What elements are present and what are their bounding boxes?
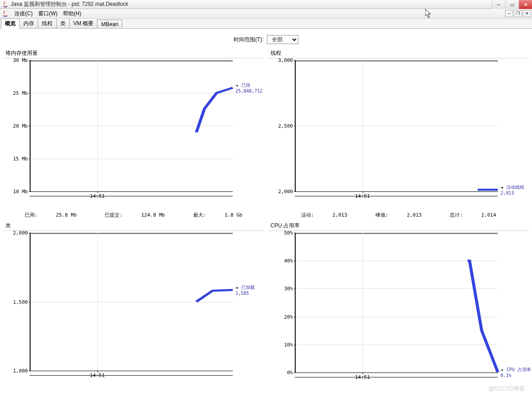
classes-series-label: 已加载1,585 xyxy=(233,284,255,296)
panel-classes: 类 1,000 1,500 2,000 14:51 已加载1,585 xyxy=(3,222,264,391)
tab-threads[interactable]: 线程 xyxy=(38,18,57,28)
panel-heap: 堆内存使用量 10 Mb 15 Mb 20 Mb 25 Mb 30 Mb 14:… xyxy=(3,49,264,218)
java-icon xyxy=(2,1,9,8)
classes-chart[interactable]: 1,000 1,500 2,000 14:51 已加载1,585 xyxy=(3,231,264,389)
threads-chart[interactable]: 2,000 2,500 3,000 14:51 活动线程2,013 xyxy=(268,58,529,210)
time-range-label: 时间范围(T): xyxy=(234,36,264,43)
close-button[interactable]: ✕ xyxy=(519,0,532,9)
panel-threads-title: 线程 xyxy=(268,49,529,58)
tab-classes[interactable]: 类 xyxy=(56,18,70,28)
mdi-close-button[interactable]: ✕ xyxy=(523,10,531,17)
heap-series-label: 已用25,848,712 xyxy=(233,82,262,93)
cpu-chart[interactable]: 0% 10% 20% 30% 40% 50% 14:51 CPU 占用率0.1% xyxy=(268,231,529,391)
minimize-button[interactable]: ─ xyxy=(492,0,505,9)
menu-window[interactable]: 窗口(W) xyxy=(35,10,60,18)
tab-memory[interactable]: 内存 xyxy=(19,18,38,28)
threads-series-label: 活动线程2,013 xyxy=(498,184,524,195)
time-range-row: 时间范围(T): 全部 xyxy=(3,35,529,44)
tab-vm[interactable]: VM 概要 xyxy=(69,18,98,28)
panel-heap-title: 堆内存使用量 xyxy=(3,49,264,58)
mdi-minimize-button[interactable]: ─ xyxy=(505,10,513,17)
heap-chart[interactable]: 10 Mb 15 Mb 20 Mb 25 Mb 30 Mb 14:51 已用25… xyxy=(3,58,264,210)
panel-classes-title: 类 xyxy=(3,222,264,231)
window-title: Java 监视和管理控制台 - pid: 7292 mat.Deadlock xyxy=(11,0,530,8)
tab-mbean[interactable]: MBean xyxy=(97,20,122,28)
menu-bar: 连接(C) 窗口(W) 帮助(H) ─ ❐ ✕ xyxy=(0,9,532,19)
heap-stats: 已用: 25.8 Mb 已提交: 124.8 Mb 最大: 1.8 Gb xyxy=(3,210,264,218)
watermark: @51CTO博客 xyxy=(488,385,525,393)
threads-stats: 活动: 2,013 峰值: 2,013 总计: 2,014 xyxy=(268,210,529,218)
cpu-series-label: CPU 占用率0.1% xyxy=(498,367,531,378)
maximize-button[interactable]: ▭ xyxy=(505,0,519,9)
panel-cpu-title: CPU 占用率 xyxy=(268,222,529,231)
java-icon xyxy=(2,10,9,18)
mdi-restore-button[interactable]: ❐ xyxy=(514,10,522,17)
title-bar: Java 监视和管理控制台 - pid: 7292 mat.Deadlock ─… xyxy=(0,0,532,9)
tab-overview[interactable]: 概览 xyxy=(1,18,20,29)
time-range-select[interactable]: 全部 xyxy=(267,35,298,44)
menu-connect[interactable]: 连接(C) xyxy=(12,10,35,18)
tab-bar: 概览 内存 线程 类 VM 概要 MBean xyxy=(0,19,532,29)
classes-stats xyxy=(3,389,264,391)
content-area: 时间范围(T): 全部 堆内存使用量 10 Mb 15 Mb 20 Mb 2 xyxy=(0,29,532,399)
menu-help[interactable]: 帮助(H) xyxy=(60,10,84,18)
panel-cpu: CPU 占用率 0% 10% 20% 30% 40% 50% 14:51 xyxy=(268,222,529,391)
panel-threads: 线程 2,000 2,500 3,000 14:51 活动线程2,013 xyxy=(268,49,529,218)
